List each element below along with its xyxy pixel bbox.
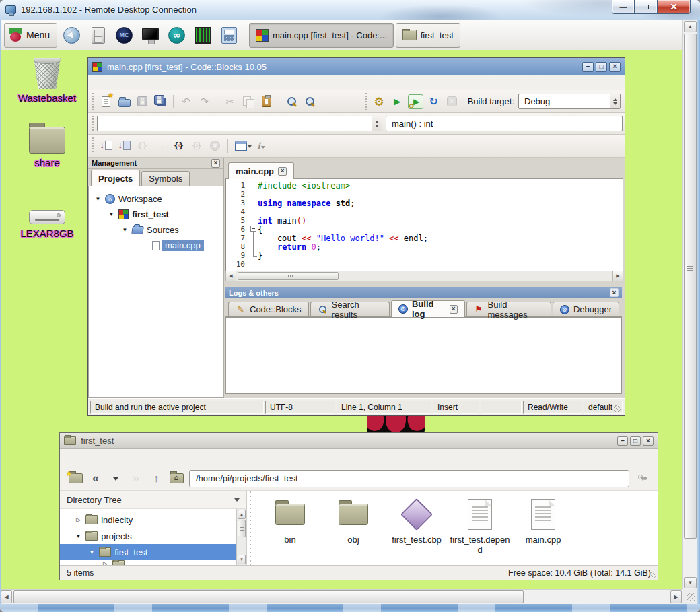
expander-icon[interactable] bbox=[88, 549, 96, 555]
minimize-icon[interactable]: – bbox=[617, 436, 628, 446]
editor-tab-maincpp[interactable]: main.cpp bbox=[228, 162, 294, 179]
toolbar-button[interactable] bbox=[106, 469, 125, 488]
log-tab[interactable]: Build messages bbox=[466, 302, 551, 316]
menu-item[interactable] bbox=[142, 81, 154, 84]
sidebar-splitter[interactable] bbox=[247, 491, 253, 565]
toolbar-button[interactable] bbox=[98, 138, 114, 154]
toolbar-button[interactable] bbox=[147, 469, 166, 488]
toolbar-button[interactable] bbox=[444, 94, 460, 110]
view-options-button[interactable] bbox=[633, 469, 652, 488]
scroll-left-icon[interactable]: ◀ bbox=[226, 271, 236, 281]
management-caption[interactable]: Management bbox=[88, 158, 223, 169]
scroll-up-icon[interactable]: ▲ bbox=[684, 21, 697, 32]
menu-item[interactable] bbox=[90, 456, 102, 459]
toolbar-button[interactable] bbox=[116, 138, 133, 154]
codeblocks-titlebar[interactable]: main.cpp [first_test] - Code::Blocks 10.… bbox=[88, 58, 625, 75]
desktop-icon-lexar[interactable]: LEXAR8GB bbox=[5, 201, 89, 239]
file-item[interactable]: first_test.depend bbox=[448, 497, 512, 555]
menu-item[interactable] bbox=[106, 81, 118, 84]
management-tab[interactable]: Projects bbox=[91, 170, 140, 186]
launcher-button[interactable] bbox=[138, 23, 163, 48]
maximize-icon[interactable]: □ bbox=[596, 62, 607, 72]
menu-item[interactable] bbox=[166, 81, 178, 84]
scope-combobox[interactable] bbox=[97, 116, 382, 131]
rdp-horizontal-scrollbar[interactable]: ◀ ▶ bbox=[0, 589, 682, 604]
sidebar-header[interactable]: Directory Tree bbox=[60, 491, 246, 509]
toolbar-button[interactable] bbox=[98, 94, 114, 110]
toolbar-button[interactable] bbox=[178, 94, 195, 110]
menu-item[interactable] bbox=[130, 81, 142, 84]
scroll-right-icon[interactable]: ▶ bbox=[670, 590, 682, 603]
menu-item[interactable] bbox=[154, 81, 166, 84]
scroll-down-icon[interactable]: ▼ bbox=[238, 555, 246, 564]
maximize-icon[interactable]: □ bbox=[630, 436, 641, 446]
toolbar-grip[interactable] bbox=[92, 93, 94, 110]
file-item[interactable]: main.cpp bbox=[512, 497, 575, 545]
toolbar-button[interactable] bbox=[134, 138, 151, 154]
filemanager-titlebar[interactable]: first_test – □ × bbox=[60, 433, 658, 449]
expander-icon[interactable] bbox=[94, 196, 102, 202]
close-icon[interactable]: × bbox=[609, 62, 621, 72]
close-icon[interactable]: ✕ bbox=[658, 0, 691, 14]
logs-caption[interactable]: Logs & others bbox=[225, 287, 622, 298]
toolbar-button[interactable] bbox=[250, 138, 267, 154]
toolbar-button[interactable] bbox=[152, 138, 169, 154]
menu-item[interactable] bbox=[114, 456, 126, 459]
expander-icon[interactable] bbox=[108, 211, 115, 217]
desktop-icon-share[interactable]: share bbox=[5, 127, 89, 168]
scroll-right-icon[interactable]: ▶ bbox=[612, 271, 623, 281]
toolbar-button[interactable] bbox=[283, 94, 300, 110]
rdp-vertical-scrollbar[interactable]: ▲ ▼ bbox=[682, 20, 697, 589]
expander-icon[interactable] bbox=[121, 227, 129, 233]
toolbar-button[interactable] bbox=[389, 94, 406, 110]
code-editor[interactable]: 1 #include <iostream> 2 3 using namesp bbox=[225, 179, 623, 271]
chevron-down-icon[interactable] bbox=[234, 498, 240, 504]
menu-item[interactable] bbox=[77, 456, 90, 459]
log-tab[interactable]: Debugger bbox=[553, 302, 619, 316]
expander-icon[interactable] bbox=[102, 560, 109, 565]
function-combobox[interactable]: main() : int bbox=[386, 116, 623, 131]
file-item[interactable]: obj bbox=[322, 497, 385, 545]
menu-item[interactable] bbox=[190, 81, 203, 84]
scrollbar-thumb[interactable] bbox=[238, 272, 339, 280]
scroll-up-icon[interactable]: ▲ bbox=[238, 510, 246, 519]
toolbar-button[interactable] bbox=[258, 94, 275, 110]
taskbar-task-codeblocks[interactable]: main.cpp [first_test] - Code:... bbox=[249, 23, 394, 48]
scrollbar-thumb[interactable] bbox=[13, 590, 524, 603]
tree-item[interactable]: projects bbox=[60, 528, 246, 544]
menu-item[interactable] bbox=[203, 81, 215, 84]
menu-item[interactable] bbox=[215, 81, 227, 84]
toolbar-button[interactable] bbox=[232, 138, 249, 154]
toolbar-button[interactable] bbox=[152, 94, 169, 110]
toolbar-button[interactable] bbox=[170, 138, 187, 154]
build-target-combobox[interactable]: Debug bbox=[518, 94, 621, 109]
launcher-button[interactable] bbox=[85, 23, 110, 48]
tree-item[interactable]: indiecity bbox=[60, 512, 246, 528]
tree-item[interactable]: first_test bbox=[89, 207, 223, 222]
toolbar-button[interactable] bbox=[302, 94, 318, 110]
launcher-button[interactable] bbox=[59, 23, 84, 48]
scroll-left-icon[interactable]: ◀ bbox=[1, 590, 12, 603]
menu-item[interactable] bbox=[65, 456, 77, 459]
tree-item[interactable]: first_test bbox=[60, 544, 246, 560]
file-item[interactable]: bin bbox=[258, 497, 322, 545]
combobox-spinner-icon[interactable] bbox=[372, 116, 382, 131]
tree-item[interactable]: Sources bbox=[89, 222, 223, 238]
expander-icon[interactable] bbox=[75, 516, 82, 523]
tree-item[interactable]: main.cpp bbox=[89, 238, 223, 253]
scrollbar-thumb[interactable] bbox=[684, 34, 697, 539]
close-icon[interactable] bbox=[211, 159, 220, 168]
menu-item[interactable] bbox=[126, 456, 138, 459]
menu-item[interactable] bbox=[138, 456, 150, 459]
menu-item[interactable] bbox=[178, 81, 190, 84]
close-icon[interactable] bbox=[610, 288, 619, 297]
taskbar-task-filemanager[interactable]: first_test bbox=[396, 23, 460, 48]
toolbar-button[interactable] bbox=[167, 469, 186, 488]
toolbar-button[interactable] bbox=[221, 94, 238, 110]
file-item[interactable]: first_test.cbp bbox=[385, 497, 448, 545]
tree-item[interactable]: Workspace bbox=[89, 191, 223, 207]
scroll-down-icon[interactable]: ▼ bbox=[684, 577, 697, 588]
toolbar-button[interactable] bbox=[116, 94, 133, 110]
toolbar-grip[interactable] bbox=[365, 93, 367, 110]
close-tab-icon[interactable] bbox=[450, 305, 458, 314]
